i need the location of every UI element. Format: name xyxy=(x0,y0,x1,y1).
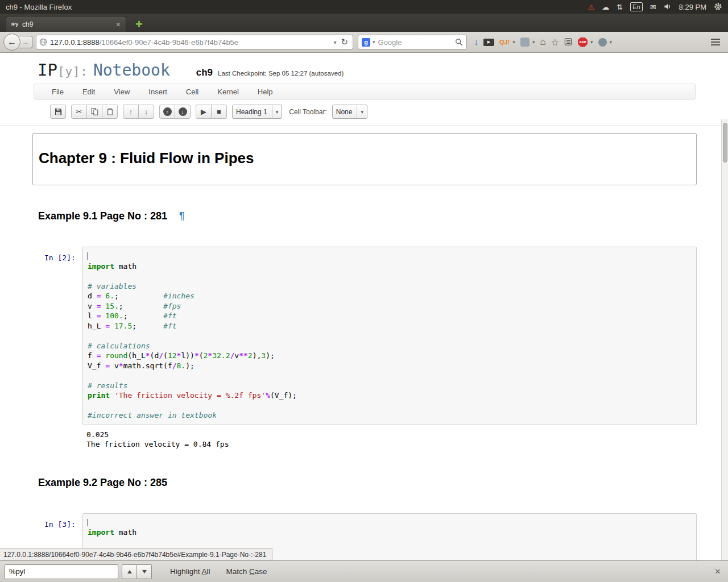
site-identity-globe-icon[interactable] xyxy=(39,38,47,46)
example1-heading: Example 9.1 Page No : 281 xyxy=(38,210,167,222)
arrow-up-icon: ↑ xyxy=(129,107,133,116)
extension2-caret-icon[interactable]: ▾ xyxy=(610,39,613,45)
google-search-engine-icon[interactable]: g xyxy=(362,38,370,47)
magnifier-icon[interactable] xyxy=(455,38,463,46)
reload-icon[interactable]: ↻ xyxy=(339,37,350,47)
notebook-menubar: File Edit View Insert Cell Kernel Help xyxy=(34,84,696,99)
menu-edit[interactable]: Edit xyxy=(82,88,95,96)
arrow-down-icon: ↓ xyxy=(144,107,148,116)
url-history-caret-icon[interactable]: ▾ xyxy=(330,39,339,45)
clipboard-icon xyxy=(106,108,114,115)
ipython-logo[interactable]: IP[y]:Notebook xyxy=(38,60,170,80)
highlight-all-toggle[interactable]: Highlight All xyxy=(170,567,210,576)
checkpoint-status: Last Checkpoint: Sep 05 12:27 (autosaved… xyxy=(218,70,344,77)
menu-kernel[interactable]: Kernel xyxy=(217,88,239,96)
search-engine-caret-icon[interactable]: ▾ xyxy=(373,39,375,45)
url-host: 127.0.0.1:8888 xyxy=(50,38,100,47)
find-close-icon[interactable]: × xyxy=(715,566,721,577)
forward-button[interactable]: → xyxy=(19,36,32,48)
home-icon[interactable]: ⌂ xyxy=(540,36,545,48)
code-cell-1: In [2]: import math # variablesd = 6.; #… xyxy=(32,247,697,425)
navigation-toolbar: ← → 127.0.0.1:8888/10664ef0-90e7-4c4b-9b… xyxy=(0,32,728,53)
menu-insert[interactable]: Insert xyxy=(148,88,167,96)
cell-toolbar-select[interactable]: None ▾ xyxy=(332,105,367,119)
heading-cell-chapter[interactable]: Chapter 9 : Fluid Flow in Pipes xyxy=(32,133,697,185)
url-bar[interactable]: 127.0.0.1:8888/10664ef0-90e7-4c4b-9b46-e… xyxy=(36,35,353,49)
clock[interactable]: 8:29 PM xyxy=(679,3,706,11)
search-input[interactable]: Google xyxy=(378,38,455,47)
anchor-link[interactable]: ¶ xyxy=(179,210,185,222)
select-caret-icon: ▾ xyxy=(272,105,279,118)
menu-cell[interactable]: Cell xyxy=(186,88,198,96)
cell-type-select[interactable]: Heading 1 ▾ xyxy=(232,105,282,119)
insert-cell-above-button[interactable]: ↑ xyxy=(159,105,175,119)
page-scrollbar[interactable] xyxy=(721,119,728,560)
stop-icon: ■ xyxy=(217,107,221,116)
keyboard-layout-indicator[interactable]: En xyxy=(630,2,642,11)
volume-icon[interactable] xyxy=(664,3,672,11)
cloud-icon[interactable]: ☁ xyxy=(602,3,609,11)
session-gear-icon[interactable] xyxy=(714,2,722,12)
menu-help[interactable]: Help xyxy=(258,88,273,96)
insert-cell-below-button[interactable]: ↓ xyxy=(175,105,191,119)
tab-favicon: IPy xyxy=(11,22,18,27)
find-previous-button[interactable] xyxy=(122,564,137,579)
paste-cell-button[interactable] xyxy=(102,105,118,119)
adblock-caret-icon[interactable]: ▾ xyxy=(590,39,593,45)
screen: ch9 - Mozilla Firefox ⚠ ☁ ⇅ En ✉ 8:29 PM… xyxy=(0,0,728,582)
back-button[interactable]: ← xyxy=(3,34,20,51)
output-area: 0.025 The friction velocity = 0.84 fps xyxy=(32,425,697,450)
url-path: /10664ef0-90e7-4c4b-9b46-e6b7f4b74b5e xyxy=(100,38,331,47)
move-cell-up-button[interactable]: ↑ xyxy=(123,105,139,119)
chapter-heading: Chapter 9 : Fluid Flow in Pipes xyxy=(39,149,687,167)
notebook-title[interactable]: ch9 xyxy=(196,67,213,78)
move-cell-down-button[interactable]: ↓ xyxy=(138,105,154,119)
bookmark-star-icon[interactable]: ☆ xyxy=(551,37,559,48)
interrupt-kernel-button[interactable]: ■ xyxy=(211,105,227,119)
notebook-header: IP[y]:Notebook ch9 Last Checkpoint: Sep … xyxy=(0,53,728,80)
menu-view[interactable]: View xyxy=(114,88,130,96)
new-tab-button[interactable]: + xyxy=(135,18,143,31)
heading-cell-example1[interactable]: Example 9.1 Page No : 281 ¶ xyxy=(38,210,697,222)
select-caret-icon: ▾ xyxy=(357,105,363,118)
qj-extension-icon[interactable]: QJ! xyxy=(499,39,510,45)
scrollbar-thumb[interactable] xyxy=(723,123,727,163)
cell-toolbar-label: Cell Toolbar: xyxy=(289,108,326,116)
system-tray: ⚠ ☁ ⇅ En ✉ 8:29 PM xyxy=(588,2,722,12)
heading-cell-example2[interactable]: Example 9.2 Page No : 285 xyxy=(38,477,697,489)
find-input[interactable] xyxy=(5,564,118,579)
bookmarks-menu-icon[interactable] xyxy=(564,38,573,46)
notebook-toolbar: ✂ ↑ ↓ ↑ ↓ ▶ ■ xyxy=(50,105,728,125)
mail-icon[interactable]: ✉ xyxy=(650,3,656,11)
match-case-toggle[interactable]: Match Case xyxy=(226,567,267,576)
find-bar: Highlight All Match Case × xyxy=(0,560,728,582)
tab-close-icon[interactable]: × xyxy=(116,20,121,29)
cut-cell-button[interactable]: ✂ xyxy=(71,105,87,119)
search-bar[interactable]: g ▾ Google xyxy=(358,35,467,49)
menu-file[interactable]: File xyxy=(52,88,64,96)
extension-icon[interactable] xyxy=(520,38,530,47)
adblock-plus-icon[interactable]: ABP xyxy=(578,38,588,47)
downloads-icon[interactable]: ↓ xyxy=(474,37,478,47)
youtube-icon[interactable]: ▶ xyxy=(483,39,494,46)
circle-down-icon: ↓ xyxy=(179,107,187,116)
copy-cell-button[interactable] xyxy=(86,105,102,119)
output-line: 0.025 xyxy=(86,430,229,440)
warning-icon[interactable]: ⚠ xyxy=(588,3,595,11)
circle-up-icon: ↑ xyxy=(163,107,172,116)
input-prompt: In [2]: xyxy=(32,247,82,425)
menu-hamburger-icon[interactable] xyxy=(711,41,720,43)
extension-caret-icon[interactable]: ▾ xyxy=(532,39,535,45)
status-link-text: 127.0.0.1:8888/10664ef0-90e7-4c4b-9b46-e… xyxy=(3,551,266,559)
qj-caret-icon[interactable]: ▾ xyxy=(512,39,515,45)
browser-tab-ch9[interactable]: IPy ch9 × xyxy=(6,16,126,32)
find-next-button[interactable] xyxy=(136,564,152,579)
save-button[interactable] xyxy=(50,105,66,119)
extension2-icon[interactable] xyxy=(598,38,607,47)
output-line: The friction velocity = 0.84 fps xyxy=(86,439,229,450)
network-sync-icon[interactable]: ⇅ xyxy=(617,3,623,11)
run-cell-button[interactable]: ▶ xyxy=(196,105,212,119)
nav-icons-cluster: ↓ ▶ QJ! ▾ ▾ ⌂ ☆ ABP ▾ ▾ xyxy=(474,36,728,48)
code-input-area[interactable]: import math # variablesd = 6.; #inchesv … xyxy=(82,247,697,425)
chevron-down-icon xyxy=(142,570,147,573)
